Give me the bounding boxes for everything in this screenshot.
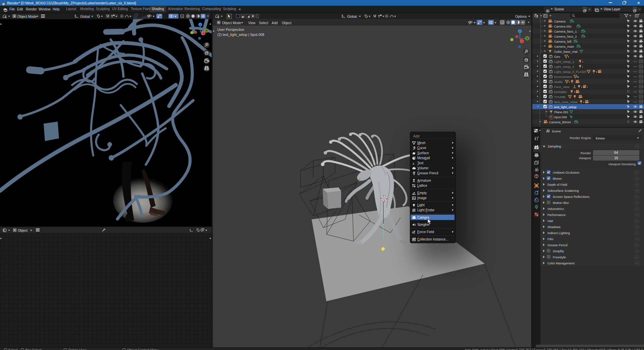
svg-text:Z: Z: [519, 30, 521, 33]
svg-text:Z: Z: [200, 23, 201, 26]
svg-text:a: a: [413, 161, 414, 165]
svg-text:Y: Y: [206, 29, 207, 32]
svg-text:X: X: [203, 32, 204, 35]
svg-text:Y: Y: [526, 37, 528, 40]
svg-text:X: X: [521, 40, 523, 43]
